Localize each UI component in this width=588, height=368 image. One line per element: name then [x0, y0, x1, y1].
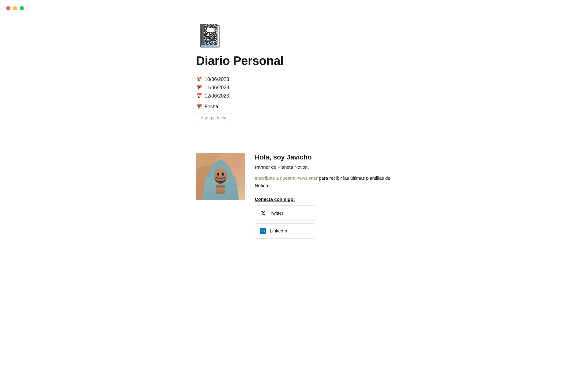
linkedin-button[interactable]: in LinkedIn — [255, 223, 316, 239]
twitter-icon — [260, 210, 266, 216]
linkedin-icon-bg: in — [260, 228, 266, 234]
date-list: 📅 10/06/2023 📅 11/06/2023 📅 12/06/2023 — [196, 75, 392, 100]
section-divider — [196, 141, 392, 141]
minimize-button[interactable] — [13, 6, 17, 10]
author-description: Partner de Planeta Notion. — [255, 164, 392, 171]
date-item-3[interactable]: 📅 12/06/2023 — [196, 92, 392, 100]
linkedin-icon: in — [260, 228, 266, 234]
svg-rect-7 — [216, 185, 225, 188]
social-buttons: Twitter in LinkedIn — [255, 205, 392, 239]
calendar-icon-3: 📅 — [196, 93, 202, 99]
twitter-button[interactable]: Twitter — [255, 205, 316, 221]
svg-point-4 — [217, 173, 219, 176]
main-content: 📓 Diario Personal 📅 10/06/2023 📅 11/06/2… — [184, 0, 404, 257]
calendar-icon-2: 📅 — [196, 85, 202, 90]
author-info: Hola, soy Javicho Partner de Planeta Not… — [255, 153, 392, 239]
avatar-svg — [196, 153, 245, 200]
author-section: Hola, soy Javicho Partner de Planeta Not… — [196, 153, 392, 239]
maximize-button[interactable] — [20, 6, 24, 10]
date-text-2: 11/06/2023 — [205, 85, 229, 90]
avatar — [196, 153, 245, 200]
fecha-row: 📅 Fecha — [196, 102, 392, 111]
linkedin-label: LinkedIn — [270, 228, 287, 233]
date-text-1: 10/06/2023 — [205, 77, 229, 82]
date-text-3: 12/06/2023 — [205, 93, 229, 99]
twitter-label: Twitter — [270, 210, 283, 216]
newsletter-link[interactable]: Inscríbete a nuestra newsletter — [255, 175, 318, 181]
close-button[interactable] — [6, 6, 10, 10]
page-icon: 📓 — [196, 25, 392, 47]
avatar-figure — [196, 153, 245, 200]
calendar-icon-1: 📅 — [196, 76, 202, 82]
date-item-1[interactable]: 📅 10/06/2023 — [196, 75, 392, 83]
author-name: Hola, soy Javicho — [255, 153, 392, 161]
traffic-lights — [6, 6, 24, 10]
date-item-2[interactable]: 📅 11/06/2023 — [196, 83, 392, 92]
svg-point-3 — [214, 167, 227, 183]
fecha-label-text: Fecha — [205, 104, 218, 109]
svg-point-5 — [222, 173, 224, 176]
page-title: Diario Personal — [196, 54, 392, 68]
connect-label: Conecta conmigo: — [255, 197, 392, 202]
calendar-icon-fecha: 📅 — [196, 104, 202, 109]
add-date-button[interactable]: Agregar fecha — [196, 113, 232, 122]
newsletter-text: Inscríbete a nuestra newsletter para rec… — [255, 174, 392, 189]
